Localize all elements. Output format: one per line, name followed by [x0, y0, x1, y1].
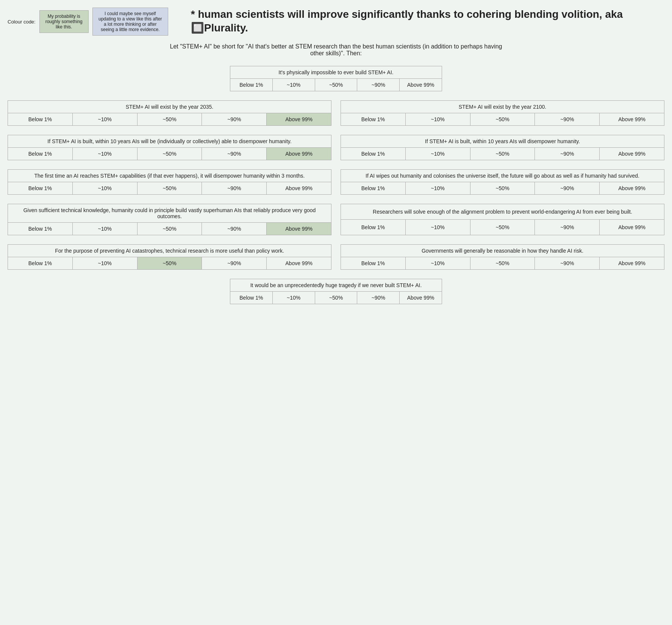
option-sh-2[interactable]: ~50% [137, 223, 202, 235]
option-tech-0[interactable]: Below 1% [8, 257, 73, 270]
option-2100-2[interactable]: ~50% [470, 113, 535, 126]
option-gov-4[interactable]: Above 99% [600, 257, 664, 270]
option-impossible-4[interactable]: Above 99% [400, 79, 442, 91]
option-gov-0[interactable]: Below 1% [341, 257, 406, 270]
option-gov-3[interactable]: ~90% [535, 257, 600, 270]
option-dc-0[interactable]: Below 1% [8, 148, 73, 160]
option-col-1[interactable]: ~10% [405, 182, 470, 195]
option-tech-2[interactable]: ~50% [137, 257, 202, 270]
row-4: Given sufficient technical knowledge, hu… [8, 204, 664, 235]
row-1: STEM+ AI will exist by the year 2035. Be… [8, 100, 664, 126]
question-first-time-header: The first time an AI reaches STEM+ capab… [8, 170, 331, 182]
question-colonise-header: If AI wipes out humanity and colonises t… [341, 170, 664, 182]
option-dd-2[interactable]: ~50% [470, 148, 535, 160]
option-impossible-3[interactable]: ~90% [357, 79, 400, 91]
option-ft-0[interactable]: Below 1% [8, 182, 73, 195]
option-2035-2[interactable]: ~50% [137, 113, 202, 126]
option-al-4[interactable]: Above 99% [600, 220, 664, 235]
option-2100-0[interactable]: Below 1% [341, 113, 406, 126]
option-col-0[interactable]: Below 1% [341, 182, 406, 195]
option-al-1[interactable]: ~10% [405, 220, 470, 235]
colour-code-label: Colour code: [8, 19, 36, 25]
question-disempower-direct-table: If STEM+ AI is built, within 10 years AI… [341, 135, 664, 160]
question-superhuman-header: Given sufficient technical knowledge, hu… [8, 204, 331, 223]
option-2035-3[interactable]: ~90% [202, 113, 267, 126]
option-dc-4[interactable]: Above 99% [267, 148, 331, 160]
header-text: * human scientists will improve signific… [176, 8, 664, 35]
option-2035-1[interactable]: ~10% [72, 113, 137, 126]
question-impossible-header: It's physically impossible to ever build… [230, 66, 442, 79]
question-2035-header: STEM+ AI will exist by the year 2035. [8, 101, 331, 113]
option-2035-4[interactable]: Above 99% [267, 113, 331, 126]
question-governments-table: Governments will generally be reasonable… [341, 244, 664, 270]
option-dc-1[interactable]: ~10% [72, 148, 137, 160]
option-col-3[interactable]: ~90% [535, 182, 600, 195]
option-ft-2[interactable]: ~50% [137, 182, 202, 195]
row-5: For the purpose of preventing AI catastr… [8, 244, 664, 270]
question-tragedy-wrap: It would be an unprecedentedly huge trag… [8, 279, 664, 304]
option-dc-2[interactable]: ~50% [137, 148, 202, 160]
option-2035-0[interactable]: Below 1% [8, 113, 73, 126]
question-tragedy-table: It would be an unprecedentedly huge trag… [230, 279, 442, 304]
option-sh-1[interactable]: ~10% [72, 223, 137, 235]
question-technical-table: For the purpose of preventing AI catastr… [8, 244, 331, 270]
question-colonise-table: If AI wipes out humanity and colonises t… [341, 169, 664, 195]
option-impossible-0[interactable]: Below 1% [230, 79, 273, 91]
question-first-time-table: The first time an AI reaches STEM+ capab… [8, 169, 331, 195]
option-tragedy-3[interactable]: ~90% [357, 292, 400, 304]
option-tech-3[interactable]: ~90% [202, 257, 267, 270]
option-sh-0[interactable]: Below 1% [8, 223, 73, 235]
subtitle: Let "STEM+ AI" be short for "AI that's b… [166, 43, 506, 57]
option-tragedy-4[interactable]: Above 99% [400, 292, 442, 304]
option-al-0[interactable]: Below 1% [341, 220, 406, 235]
option-dc-3[interactable]: ~90% [202, 148, 267, 160]
option-gov-1[interactable]: ~10% [405, 257, 470, 270]
question-2100-table: STEM+ AI will exist by the year 2100. Be… [341, 100, 664, 126]
question-disempower-collective-header: If STEM+ AI is built, within 10 years AI… [8, 135, 331, 148]
colour-green-box: My probability is roughly something like… [39, 10, 89, 33]
option-tragedy-1[interactable]: ~10% [272, 292, 315, 304]
option-tragedy-0[interactable]: Below 1% [230, 292, 273, 304]
option-dd-0[interactable]: Below 1% [341, 148, 406, 160]
question-alignment-header: Researchers will solve enough of the ali… [341, 204, 664, 220]
option-tragedy-2[interactable]: ~50% [315, 292, 357, 304]
option-2100-4[interactable]: Above 99% [600, 113, 664, 126]
question-impossible-table: It's physically impossible to ever build… [230, 66, 442, 91]
option-2100-3[interactable]: ~90% [535, 113, 600, 126]
question-technical-header: For the purpose of preventing AI catastr… [8, 245, 331, 257]
option-gov-2[interactable]: ~50% [470, 257, 535, 270]
option-dd-4[interactable]: Above 99% [600, 148, 664, 160]
question-impossible-wrap: It's physically impossible to ever build… [8, 66, 664, 91]
option-tech-4[interactable]: Above 99% [267, 257, 331, 270]
question-2100-header: STEM+ AI will exist by the year 2100. [341, 101, 664, 113]
option-al-2[interactable]: ~50% [470, 220, 535, 235]
question-disempower-direct-header: If STEM+ AI is built, within 10 years AI… [341, 135, 664, 148]
option-col-2[interactable]: ~50% [470, 182, 535, 195]
question-governments-header: Governments will generally be reasonable… [341, 245, 664, 257]
question-2035-table: STEM+ AI will exist by the year 2035. Be… [8, 100, 331, 126]
row-3: The first time an AI reaches STEM+ capab… [8, 169, 664, 195]
option-sh-3[interactable]: ~90% [202, 223, 267, 235]
option-impossible-2[interactable]: ~50% [315, 79, 357, 91]
question-alignment-table: Researchers will solve enough of the ali… [341, 204, 664, 235]
option-impossible-1[interactable]: ~10% [272, 79, 315, 91]
question-superhuman-table: Given sufficient technical knowledge, hu… [8, 204, 331, 235]
question-tragedy-header: It would be an unprecedentedly huge trag… [230, 279, 442, 292]
option-ft-4[interactable]: Above 99% [267, 182, 331, 195]
option-dd-1[interactable]: ~10% [405, 148, 470, 160]
option-al-3[interactable]: ~90% [535, 220, 600, 235]
colour-blue-box: I could maybe see myself updating to a v… [92, 8, 168, 36]
option-ft-3[interactable]: ~90% [202, 182, 267, 195]
option-dd-3[interactable]: ~90% [535, 148, 600, 160]
option-ft-1[interactable]: ~10% [72, 182, 137, 195]
option-tech-1[interactable]: ~10% [72, 257, 137, 270]
question-disempower-collective-table: If STEM+ AI is built, within 10 years AI… [8, 135, 331, 160]
option-sh-4[interactable]: Above 99% [267, 223, 331, 235]
row-2: If STEM+ AI is built, within 10 years AI… [8, 135, 664, 160]
option-2100-1[interactable]: ~10% [405, 113, 470, 126]
option-col-4[interactable]: Above 99% [600, 182, 664, 195]
